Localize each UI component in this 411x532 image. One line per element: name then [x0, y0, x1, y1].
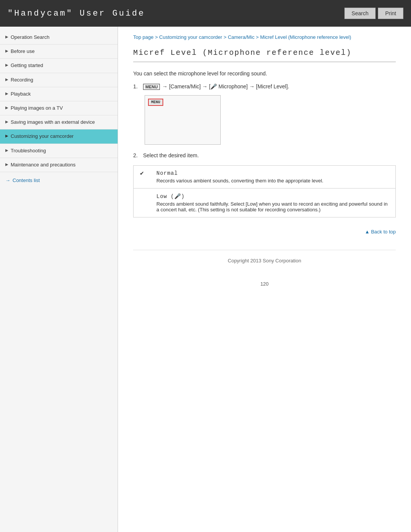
breadcrumb-current: Micref Level (Microphone reference level…	[260, 34, 351, 40]
sidebar-arrow-8: ▶	[5, 148, 8, 152]
breadcrumb-sep3: >	[256, 34, 260, 40]
breadcrumb-sep1: >	[155, 34, 159, 40]
sidebar-label-4: Playback	[11, 91, 112, 97]
site-title: "Handycam" User Guide	[8, 9, 145, 18]
sidebar-label-9: Maintenance and precautions	[11, 161, 112, 168]
sidebar-arrow-2: ▶	[5, 63, 8, 67]
step1-path3: [Micref Level].	[256, 83, 289, 89]
sidebar-label-2: Getting started	[11, 62, 112, 69]
sidebar-item-5[interactable]: ▶Playing images on a TV	[0, 101, 118, 115]
sidebar-item-2[interactable]: ▶Getting started	[0, 59, 118, 73]
sidebar-arrow-1: ▶	[5, 49, 8, 53]
breadcrumb-sep2: >	[223, 34, 228, 40]
step-2-number: 2.	[133, 152, 141, 158]
sidebar-label-8: Troubleshooting	[11, 147, 112, 154]
option-desc-1: Records ambient sound faithfully. Select…	[156, 201, 389, 212]
option-row-0: ✔NormalRecords various ambient sounds, c…	[134, 166, 396, 189]
option-row-1: Low (🎤)Records ambient sound faithfully.…	[134, 189, 396, 217]
step-2-text: Select the desired item.	[143, 152, 396, 158]
menu-button-label: MENU	[143, 84, 160, 90]
contents-list-link[interactable]: → Contents list	[0, 172, 118, 189]
sidebar-arrow-5: ▶	[5, 105, 8, 110]
arrow-icon: →	[5, 177, 10, 183]
sidebar-item-9[interactable]: ▶Maintenance and precautions	[0, 158, 118, 172]
step1-arrow3: →	[249, 83, 255, 89]
step1-path1: [Camera/Mic]	[169, 83, 201, 89]
option-content-1: Low (🎤)Records ambient sound faithfully.…	[150, 189, 396, 217]
step1-arrow2: →	[202, 83, 207, 89]
sidebar-arrow-4: ▶	[5, 91, 8, 96]
sidebar-item-4[interactable]: ▶Playback	[0, 87, 118, 101]
back-to-top-link[interactable]: ▲ Back to top	[133, 229, 396, 235]
header: "Handycam" User Guide Search Print	[0, 0, 411, 27]
contents-list-label: Contents list	[13, 177, 40, 183]
intro-text: You can select the microphone level for …	[133, 70, 396, 77]
sidebar-item-0[interactable]: ▶Operation Search	[0, 30, 118, 45]
sidebar-item-1[interactable]: ▶Before use	[0, 45, 118, 59]
sidebar: ▶Operation Search▶Before use▶Getting sta…	[0, 27, 118, 532]
step-1-content: MENU → [Camera/Mic] → [🎤 Microphone] → […	[143, 83, 396, 90]
sidebar-label-3: Recording	[11, 77, 112, 83]
content-area: Top page > Customizing your camcorder > …	[118, 27, 411, 532]
sidebar-label-6: Saving images with an external device	[11, 119, 112, 126]
breadcrumb-top[interactable]: Top page	[133, 34, 154, 40]
sidebar-item-6[interactable]: ▶Saving images with an external device	[0, 115, 118, 129]
step-1-number: 1.	[133, 83, 141, 89]
footer: Copyright 2013 Sony Corporation	[133, 250, 396, 275]
breadcrumb-customizing[interactable]: Customizing your camcorder	[159, 34, 222, 40]
option-name-1: Low (🎤)	[156, 193, 389, 200]
step-2: 2. Select the desired item.	[133, 152, 396, 158]
sidebar-arrow-3: ▶	[5, 77, 8, 81]
option-check-0: ✔	[134, 166, 151, 189]
sidebar-item-3[interactable]: ▶Recording	[0, 73, 118, 87]
sidebar-arrow-6: ▶	[5, 120, 8, 124]
sidebar-item-7[interactable]: ▶Customizing your camcorder	[0, 129, 118, 144]
step1-path2: [🎤 Microphone]	[209, 83, 248, 89]
search-button[interactable]: Search	[344, 8, 376, 19]
sidebar-label-1: Before use	[11, 48, 112, 55]
sidebar-label-5: Playing images on a TV	[11, 105, 112, 112]
print-button[interactable]: Print	[378, 8, 403, 19]
menu-image-button: MENU	[148, 99, 163, 106]
page-title: Micref Level (Microphone reference level…	[133, 48, 396, 62]
breadcrumb-camera-mic[interactable]: Camera/Mic	[228, 34, 255, 40]
option-content-0: NormalRecords various ambient sounds, co…	[150, 166, 396, 189]
option-check-1	[134, 189, 151, 217]
header-buttons: Search Print	[344, 8, 403, 19]
sidebar-arrow-9: ▶	[5, 162, 8, 166]
step1-arrow1: →	[162, 83, 167, 89]
sidebar-arrow-7: ▶	[5, 134, 8, 138]
sidebar-arrow-0: ▶	[5, 35, 8, 39]
sidebar-item-8[interactable]: ▶Troubleshooting	[0, 144, 118, 158]
main-layout: ▶Operation Search▶Before use▶Getting sta…	[0, 27, 411, 532]
option-name-0: Normal	[156, 170, 389, 176]
options-table: ✔NormalRecords various ambient sounds, c…	[133, 165, 396, 217]
option-desc-0: Records various ambient sounds, converti…	[156, 178, 389, 184]
sidebar-label-7: Customizing your camcorder	[11, 133, 112, 140]
page-number: 120	[133, 281, 396, 287]
copyright-text: Copyright 2013 Sony Corporation	[228, 258, 301, 264]
step-1: 1. MENU → [Camera/Mic] → [🎤 Microphone] …	[133, 83, 396, 90]
breadcrumb: Top page > Customizing your camcorder > …	[133, 34, 396, 40]
menu-screenshot: MENU	[145, 95, 221, 145]
sidebar-label-0: Operation Search	[11, 34, 112, 41]
